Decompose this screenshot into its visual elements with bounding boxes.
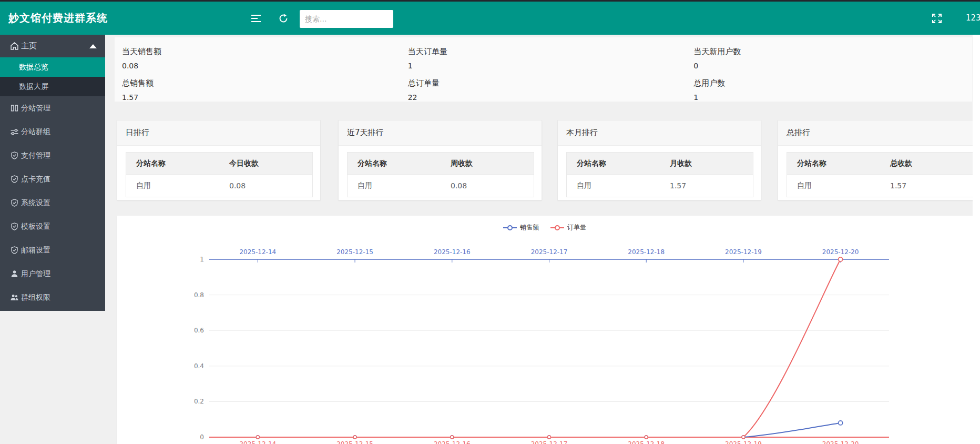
svg-text:2025-12-16: 2025-12-16 xyxy=(434,440,471,444)
svg-text:2025-12-16: 2025-12-16 xyxy=(434,248,471,256)
rank-card-title: 近7天排行 xyxy=(339,120,542,146)
username[interactable]: 12345 xyxy=(966,2,980,35)
sidebar-item-label: 分站管理 xyxy=(0,104,50,113)
rank-cell-name: 自用 xyxy=(797,181,812,190)
rank-cell-value: 0.08 xyxy=(229,181,246,190)
sidebar: 主页 数据总览 数据大屏 分站管理 分站群组 支付管理 点卡充值 xyxy=(0,35,105,311)
rank-table: 分站名称 月收款 自用 1.57 xyxy=(566,152,753,197)
rank-col-header: 分站名称 xyxy=(797,159,826,168)
sidebar-item-label: 主页 xyxy=(0,41,37,51)
stat-value: 22 xyxy=(408,93,417,102)
rank-cell-name: 自用 xyxy=(358,181,372,190)
sidebar-subitem-data-screen[interactable]: 数据大屏 xyxy=(0,77,105,96)
svg-text:0: 0 xyxy=(200,433,204,441)
table-row: 自用 0.08 xyxy=(348,175,534,197)
sidebar-item-group-permissions[interactable]: 群组权限 xyxy=(0,286,105,309)
chevron-up-icon xyxy=(89,44,97,48)
svg-text:2025-12-14: 2025-12-14 xyxy=(239,248,276,256)
user-icon xyxy=(11,270,18,278)
svg-text:0.6: 0.6 xyxy=(194,327,204,334)
svg-text:2025-12-15: 2025-12-15 xyxy=(336,440,373,444)
stat-column-orders: 当天订单量 1 总订单量 22 xyxy=(401,37,687,102)
svg-text:0.8: 0.8 xyxy=(194,291,204,299)
legend-label: 销售额 xyxy=(520,223,539,232)
sidebar-item-home[interactable]: 主页 xyxy=(0,35,105,57)
app-title: 妙文馆付费进群系统 xyxy=(8,2,108,35)
sidebar-item-template-settings[interactable]: 模板设置 xyxy=(0,215,105,238)
stat-label: 总用户数 xyxy=(693,78,725,88)
search-input[interactable] xyxy=(300,10,393,28)
stat-value: 0 xyxy=(693,62,698,70)
stat-label: 总销售额 xyxy=(122,78,154,88)
svg-text:1: 1 xyxy=(200,256,204,263)
rank-card-title: 本月排行 xyxy=(558,120,761,146)
sidebar-item-label: 邮箱设置 xyxy=(0,246,50,255)
rank-table: 分站名称 总收款 自用 1.57 xyxy=(787,152,974,197)
stat-value: 0.08 xyxy=(122,62,138,70)
table-row: 自用 1.57 xyxy=(787,175,973,197)
sliders-icon xyxy=(11,128,18,136)
rank-col-header: 分站名称 xyxy=(577,159,606,168)
chart-legend: 销售额 订单量 xyxy=(117,223,973,232)
sidebar-item-label: 系统设置 xyxy=(0,198,50,208)
rank-cell-value: 0.08 xyxy=(451,181,467,190)
svg-text:0.4: 0.4 xyxy=(194,362,204,370)
legend-item-sales[interactable]: 销售额 xyxy=(503,223,539,232)
svg-text:2025-12-18: 2025-12-18 xyxy=(628,440,665,444)
sidebar-item-mail-settings[interactable]: 邮箱设置 xyxy=(0,238,105,262)
rank-col-header: 周收款 xyxy=(451,159,473,168)
stat-label: 当天订单量 xyxy=(408,47,447,57)
sidebar-subitem-label: 数据大屏 xyxy=(0,82,48,92)
sales-orders-chart-card: 00.20.40.60.812025-12-142025-12-152025-1… xyxy=(117,216,973,444)
rank-card-month: 本月排行 分站名称 月收款 自用 1.57 xyxy=(557,120,761,200)
sidebar-subitem-data-overview[interactable]: 数据总览 xyxy=(0,57,105,77)
shield-check-icon xyxy=(11,246,18,254)
sidebar-item-label: 点卡充值 xyxy=(0,175,50,184)
rank-col-header: 总收款 xyxy=(890,159,912,168)
rank-cell-name: 自用 xyxy=(136,181,151,190)
stat-value: 1 xyxy=(408,62,413,70)
legend-item-orders[interactable]: 订单量 xyxy=(550,223,586,232)
sidebar-item-payment-manage[interactable]: 支付管理 xyxy=(0,144,105,167)
rank-table: 分站名称 周收款 自用 0.08 xyxy=(347,152,534,197)
sidebar-item-system-settings[interactable]: 系统设置 xyxy=(0,191,105,215)
sidebar-item-label: 群组权限 xyxy=(0,293,50,302)
collapse-menu-icon[interactable] xyxy=(251,2,262,35)
sidebar-item-substation-manage[interactable]: 分站管理 xyxy=(0,96,105,120)
svg-text:2025-12-14: 2025-12-14 xyxy=(239,440,276,444)
rank-col-header: 分站名称 xyxy=(358,159,387,168)
sidebar-item-label: 分站群组 xyxy=(0,127,50,137)
svg-text:2025-12-17: 2025-12-17 xyxy=(531,440,568,444)
app-header: 妙文馆付费进群系统 12345 xyxy=(0,2,980,35)
rank-cell-name: 自用 xyxy=(577,181,591,190)
line-circle-marker-icon xyxy=(550,225,564,231)
vertical-scrollbar[interactable] xyxy=(973,35,980,444)
rank-card-daily: 日排行 分站名称 今日收款 自用 0.08 xyxy=(117,120,321,200)
stat-label: 当天销售额 xyxy=(122,47,161,57)
svg-text:2025-12-18: 2025-12-18 xyxy=(628,248,665,256)
sidebar-item-card-recharge[interactable]: 点卡充值 xyxy=(0,167,105,191)
line-chart: 00.20.40.60.812025-12-142025-12-152025-1… xyxy=(117,216,973,444)
sidebar-item-substation-groups[interactable]: 分站群组 xyxy=(0,120,105,144)
svg-text:2025-12-20: 2025-12-20 xyxy=(822,440,859,444)
shield-check-icon xyxy=(11,152,18,159)
stat-column-sales: 当天销售额 0.08 总销售额 1.57 xyxy=(115,37,401,102)
svg-text:2025-12-19: 2025-12-19 xyxy=(725,248,762,256)
refresh-icon[interactable] xyxy=(279,2,288,35)
sidebar-item-label: 用户管理 xyxy=(0,269,50,279)
rank-card-total: 总排行 分站名称 总收款 自用 1.57 xyxy=(778,120,980,200)
fullscreen-icon[interactable] xyxy=(932,2,942,35)
stat-value: 1 xyxy=(693,93,698,102)
rank-col-header: 分站名称 xyxy=(136,159,166,168)
stat-label: 总订单量 xyxy=(408,78,440,88)
columns-icon xyxy=(11,104,18,112)
line-circle-marker-icon xyxy=(503,225,517,231)
legend-label: 订单量 xyxy=(567,223,586,232)
table-row: 自用 0.08 xyxy=(126,175,312,197)
svg-text:0.2: 0.2 xyxy=(194,398,204,405)
sidebar-item-user-manage[interactable]: 用户管理 xyxy=(0,262,105,286)
home-icon xyxy=(11,42,18,50)
sidebar-subitem-label: 数据总览 xyxy=(0,63,48,72)
table-row: 自用 1.57 xyxy=(567,175,753,197)
stat-label: 当天新用户数 xyxy=(693,47,741,57)
